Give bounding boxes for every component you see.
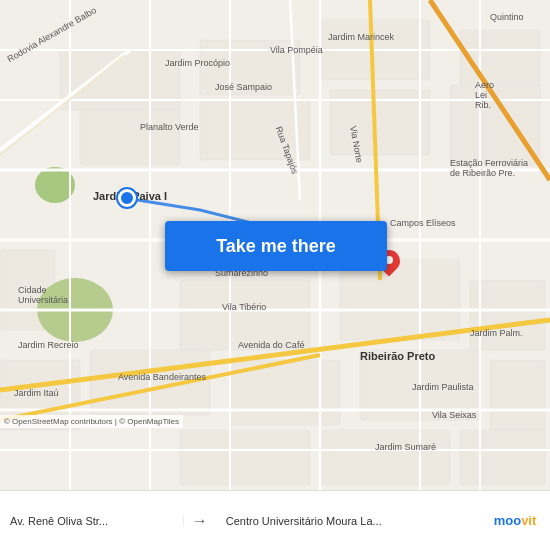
- label-jardim-itau: Jardim Itaú: [14, 388, 59, 398]
- arrow-text: →: [192, 512, 208, 529]
- label-jose-sampaio: José Sampaio: [215, 82, 272, 92]
- to-label: Centro Universitário Moura La...: [226, 515, 382, 527]
- bottom-bar: Av. Renê Oliva Str... → Centro Universit…: [0, 490, 550, 550]
- route-to: Centro Universitário Moura La...: [216, 515, 480, 527]
- svg-rect-21: [490, 360, 545, 430]
- label-jardim-sumare: Jardim Sumaré: [375, 442, 436, 452]
- label-jardim-procopio: Jardim Procópio: [165, 58, 230, 68]
- label-jardim-paulista: Jardim Paulista: [412, 382, 474, 392]
- svg-rect-10: [200, 100, 310, 160]
- route-arrow: →: [184, 512, 216, 530]
- label-vila-pompeia: Vila Pompéia: [270, 45, 323, 55]
- take-me-there-button[interactable]: Take me there: [165, 221, 387, 271]
- label-vila-seixas: Vila Seixas: [432, 410, 476, 420]
- label-jardim-marincek: Jardim Marincek: [328, 32, 394, 42]
- svg-rect-16: [470, 280, 545, 350]
- label-planalto: Planalto Verde: [140, 122, 199, 132]
- label-estacao: Estação Ferroviáriade Ribeirão Pre.: [450, 158, 528, 178]
- svg-rect-15: [340, 260, 460, 340]
- svg-rect-24: [460, 430, 545, 485]
- moovit-logo-text: moo: [494, 513, 521, 528]
- label-avenida-cafe: Avenida do Café: [238, 340, 304, 350]
- moovit-logo: moovit: [480, 513, 550, 528]
- label-jardim-palm: Jardim Palm.: [470, 328, 523, 338]
- label-cidade-universitaria: CidadeUniversitária: [18, 285, 68, 305]
- route-from: Av. Renê Oliva Str...: [0, 515, 184, 527]
- map-container: Quintino Rodovia Alexandre Balbo Jardim …: [0, 0, 550, 490]
- label-ribeirao-preto: Ribeirão Preto: [360, 350, 435, 362]
- svg-rect-9: [80, 110, 180, 165]
- attribution-text: © OpenStreetMap contributors | © OpenMap…: [4, 417, 179, 426]
- label-quintino: Quintino: [490, 12, 524, 22]
- label-campos-eliseos: Campos Elíseos: [390, 218, 456, 228]
- svg-rect-22: [320, 430, 450, 485]
- label-aero: AeroLeiRib.: [475, 80, 494, 110]
- origin-marker: [118, 189, 136, 207]
- from-label: Av. Renê Oliva Str...: [10, 515, 108, 527]
- label-avenida-bandeirantes: Avenida Bandeirantes: [118, 372, 206, 382]
- label-vila-tiberio: Vila Tibério: [222, 302, 266, 312]
- label-jardim-recreio: Jardim Recreio: [18, 340, 79, 350]
- map-attribution: © OpenStreetMap contributors | © OpenMap…: [0, 415, 183, 428]
- svg-rect-23: [180, 430, 310, 485]
